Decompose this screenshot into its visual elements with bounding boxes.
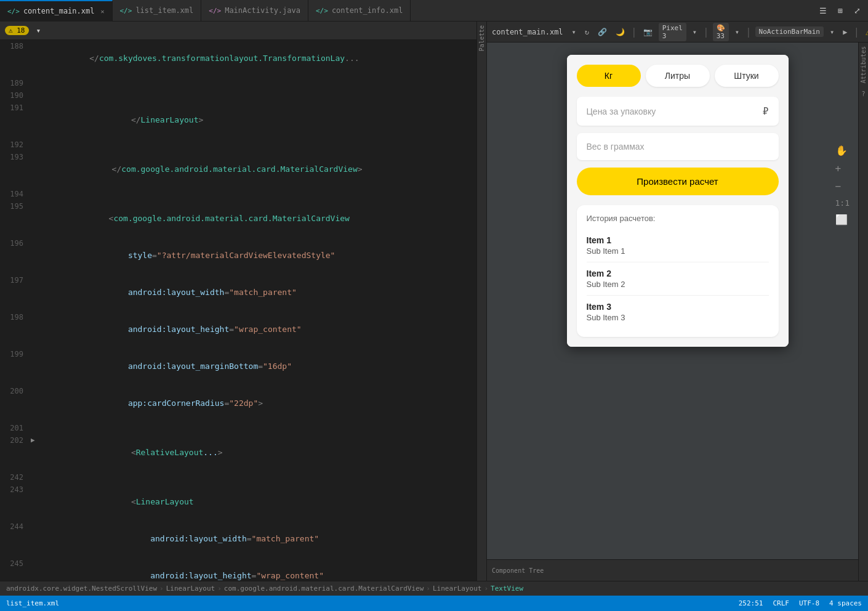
preview-toolbar: content_main.xml ▾ ↻ 🔗 🌙 | 📷 Pixel 3 ▾ |… [487,22,868,42]
preview-theme-dropdown[interactable]: ▾ [827,26,837,38]
attributes-question-icon[interactable]: ? [861,91,865,97]
hand-tool-icon[interactable]: ✋ [835,145,850,156]
breadcrumb-material-card[interactable]: com.google.android.material.card.Materia… [224,585,424,593]
tab-label: list_item.xml [135,6,193,15]
preview-right-controls: ✋ + − 1:1 ⬜ [835,145,850,225]
app-content: Кг Литры Штуки Цена за упаковку ₽ Вес в … [567,55,789,347]
preview-link-btn[interactable]: 🔗 [595,26,609,38]
preview-screenshot-btn[interactable]: 📷 [641,26,655,38]
editor-panel: ⚠ 18 ▾ 188 </com.skydoves.transformation… [0,22,476,581]
history-card: История расчетов: Item 1 Sub Item 1 Item… [577,205,779,337]
breadcrumb-nested-scroll[interactable]: androidx.core.widget.NestedScrollView [6,585,157,593]
unit-buttons-group: Кг Литры Штуки [577,65,779,87]
preview-dropdown-btn[interactable]: ▾ [569,26,579,38]
history-label: История расчетов: [587,214,769,223]
preview-panel: content_main.xml ▾ ↻ 🔗 🌙 | 📷 Pixel 3 ▾ |… [486,22,868,581]
history-item-1-title: Item 1 [587,235,769,245]
expand-icon[interactable]: ⤢ [851,5,863,17]
attributes-label[interactable]: Attributes [860,46,867,83]
fit-zoom-icon[interactable]: 1:1 [835,198,850,208]
palette-label[interactable]: Palette [478,25,485,51]
code-line-198: 198 android:layout_height="wrap_content" [0,311,476,348]
code-line-200: 200 app:cardCornerRadius="22dp"> [0,385,476,422]
xml-icon: </> [316,7,328,15]
code-line-193: 193 </com.google.android.material.card.M… [0,151,476,188]
unit-btn-shtuki[interactable]: Штуки [715,65,779,87]
preview-api-selector[interactable]: 🎨 33 [713,23,729,41]
tab-list-item[interactable]: </> list_item.xml [113,0,202,22]
history-item-1-sub: Sub Item 1 [587,246,769,256]
main-area: ⚠ 18 ▾ 188 </com.skydoves.transformation… [0,22,868,581]
code-line-191: 191 </LinearLayout> [0,102,476,139]
preview-warning-icon: ⚠ [866,26,868,38]
preview-api-dropdown[interactable]: ▾ [733,26,742,38]
ruble-icon: ₽ [763,105,769,117]
xml-icon: </> [7,7,20,15]
preview-next-btn[interactable]: ▶ [840,26,850,38]
history-item-1[interactable]: Item 1 Sub Item 1 [587,229,769,262]
status-encoding: UTF-8 [799,599,819,607]
breadcrumb-bar: androidx.core.widget.NestedScrollView › … [0,581,868,596]
code-line-196: 196 style="?attr/materialCardViewElevate… [0,237,476,274]
breadcrumb-linear-layout-2[interactable]: LinearLayout [433,585,481,593]
code-line-201: 201 [0,422,476,434]
tab-label: content_info.xml [332,6,403,15]
status-file: list_item.xml [6,599,59,607]
preview-device-dropdown[interactable]: ▾ [690,26,699,38]
status-indent: 4 spaces [829,599,862,607]
history-item-3-sub: Sub Item 3 [587,313,769,322]
history-item-3-title: Item 3 [587,302,769,312]
tab-content-info[interactable]: </> content_info.xml [308,0,411,22]
status-right: 252:51 CRLF UTF-8 4 spaces [739,599,862,607]
history-item-2-sub: Sub Item 2 [587,280,769,289]
palette-strip[interactable]: Palette [476,22,486,581]
unit-btn-kg[interactable]: Кг [577,65,641,87]
phone-preview-area: 📋 Кг Литры Штуки Цена за упаковку ₽ [487,42,868,581]
code-line-202: 202 ▶ <RelativeLayout...> [0,434,476,471]
code-line-244: 244 android:layout_width="match_parent" [0,520,476,557]
code-line-195: 195 <com.google.android.material.card.Ma… [0,200,476,237]
breadcrumb-text-view[interactable]: TextView [491,585,523,593]
history-item-2[interactable]: Item 2 Sub Item 2 [587,262,769,296]
component-tree-strip: Component Tree [487,559,868,581]
hamburger-icon[interactable]: ☰ [817,5,829,17]
status-bar: list_item.xml 252:51 CRLF UTF-8 4 spaces [0,596,868,611]
breadcrumb-linear-layout-1[interactable]: LinearLayout [166,585,215,593]
split-view-icon[interactable]: ⊞ [835,5,845,17]
attributes-strip[interactable]: Attributes ? [858,42,868,581]
code-line-190: 190 [0,89,476,102]
calculate-button[interactable]: Произвести расчет [577,168,779,195]
expand-warnings-btn[interactable]: ▾ [34,25,44,36]
status-position: 252:51 [739,599,763,607]
code-line-199: 199 android:layout_marginBottom="16dp" [0,348,476,385]
expand-frame-icon[interactable]: ⬜ [835,214,850,225]
java-icon: </> [209,7,221,15]
preview-device-selector[interactable]: Pixel 3 [659,23,686,41]
zoom-in-icon[interactable]: + [835,163,850,174]
xml-icon: </> [120,7,132,15]
unit-btn-litry[interactable]: Литры [646,65,710,87]
tab-label: MainActivity.java [225,6,300,15]
preview-refresh-btn[interactable]: ↻ [582,26,592,38]
preview-night-btn[interactable]: 🌙 [613,26,627,38]
phone-frame: Кг Литры Штуки Цена за упаковку ₽ Вес в … [567,55,789,347]
tab-bar: </> content_main.xml ✕ </> list_item.xml… [0,0,868,22]
status-line-ending: CRLF [773,599,789,607]
component-tree-label[interactable]: Component Tree [492,567,544,574]
code-area[interactable]: 188 </com.skydoves.transformationlayout.… [0,40,476,581]
preview-theme-selector[interactable]: NoActionBarMain [755,26,824,37]
history-item-3[interactable]: Item 3 Sub Item 3 [587,296,769,328]
preview-file-label: content_main.xml [492,28,563,36]
code-line-243: 243 <LinearLayout [0,484,476,520]
tab-main-activity[interactable]: </> MainActivity.java [201,0,308,22]
price-placeholder: Цена за упаковку [587,107,656,116]
zoom-out-icon[interactable]: − [835,180,850,192]
code-line-194: 194 [0,188,476,200]
code-line-192: 192 [0,139,476,151]
tab-close-btn[interactable]: ✕ [100,8,104,15]
price-input-field[interactable]: Цена за упаковку ₽ [577,97,779,126]
weight-input-field[interactable]: Вес в граммах [577,133,779,160]
code-line-245: 245 android:layout_height="wrap_content" [0,557,476,581]
history-item-2-title: Item 2 [587,269,769,278]
tab-content-main[interactable]: </> content_main.xml ✕ [0,0,113,22]
